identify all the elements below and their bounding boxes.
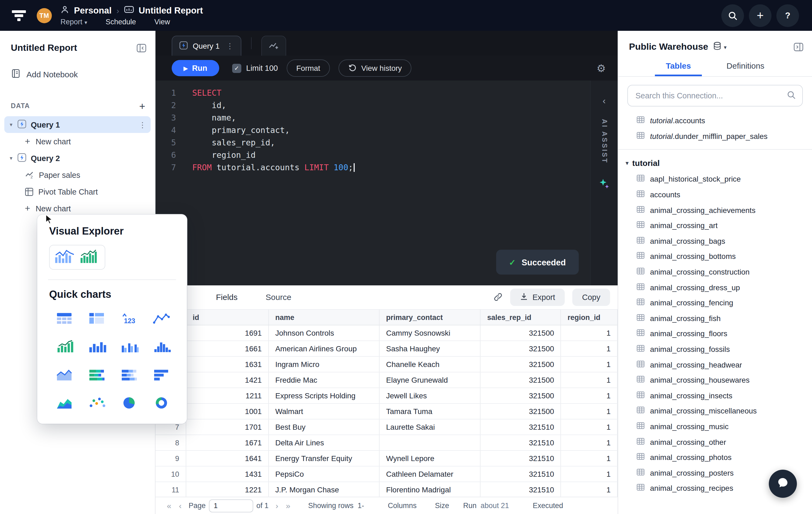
table-cell[interactable]: 1 <box>561 404 617 420</box>
scatter-chart-icon[interactable] <box>82 393 112 413</box>
table-row[interactable]: 61001WalmartTamara Tuma3215001 <box>155 404 617 420</box>
table-row[interactable]: 71701Best BuyLaurette Sakai3215101 <box>155 420 617 435</box>
tree-item-query-1[interactable]: ▾ Query 1 ⋮ <box>4 116 151 133</box>
table-cell[interactable]: J.P. Morgan Chase <box>269 482 380 497</box>
next-page-icon[interactable]: › <box>276 501 278 510</box>
tab-definitions[interactable]: Definitions <box>716 61 775 76</box>
chat-support-button[interactable] <box>769 470 797 498</box>
table-cell[interactable]: 321500 <box>481 341 561 357</box>
table-cell[interactable]: 321510 <box>481 451 561 466</box>
table-row[interactable]: 11691Johnson ControlsCammy Sosnowski3215… <box>155 325 617 341</box>
table-cell[interactable]: Chanelle Keach <box>379 357 480 372</box>
table-cell[interactable]: Cathleen Delamater <box>379 466 480 482</box>
tree-item-paper-sales[interactable]: 2 Paper sales <box>0 166 155 183</box>
table-item-aapl_historical_stock_price[interactable]: aapl_historical_stock_price <box>618 171 812 187</box>
table-item-animal_crossing_headwear[interactable]: animal_crossing_headwear <box>618 357 812 372</box>
bar-rows-chart-icon[interactable] <box>146 364 177 385</box>
table-cell[interactable]: 1 <box>561 357 617 372</box>
table-cell[interactable]: Johnson Controls <box>269 325 380 341</box>
table-cell[interactable]: 1221 <box>186 482 269 497</box>
table-cell[interactable]: 321500 <box>481 325 561 341</box>
table-chart-icon[interactable] <box>49 308 79 329</box>
run-button[interactable]: ▶ Run <box>172 60 219 76</box>
stacked-rows-alt-chart-icon[interactable] <box>114 364 144 385</box>
view-history-button[interactable]: View history <box>339 59 411 77</box>
search-connection-input[interactable] <box>634 91 782 101</box>
table-cell[interactable]: 1 <box>561 451 617 466</box>
table-cell[interactable]: 321510 <box>481 435 561 451</box>
tab-tables[interactable]: Tables <box>655 61 702 76</box>
table-cell[interactable]: Cammy Sosnowski <box>379 325 480 341</box>
table-item-animal_crossing_bottoms[interactable]: animal_crossing_bottoms <box>618 249 812 264</box>
table-cell[interactable]: 1641 <box>186 451 269 466</box>
table-cell[interactable]: 321510 <box>481 420 561 435</box>
table-item-animal_crossing_achievements[interactable]: animal_crossing_achievements <box>618 202 812 218</box>
kebab-menu-icon[interactable]: ⋮ <box>226 42 234 50</box>
table-item-animal_crossing_fish[interactable]: animal_crossing_fish <box>618 310 812 326</box>
table-cell[interactable]: 1 <box>561 372 617 388</box>
pie-chart-icon[interactable] <box>114 393 144 413</box>
column-chart-chart-icon[interactable] <box>82 336 112 357</box>
table-item-animal_crossing_photos[interactable]: animal_crossing_photos <box>618 450 812 465</box>
line-chart-chart-icon[interactable] <box>146 308 177 329</box>
table-item-animal_crossing_bags[interactable]: animal_crossing_bags <box>618 233 812 249</box>
table-cell[interactable]: 321510 <box>481 466 561 482</box>
format-button[interactable]: Format <box>286 59 330 77</box>
table-cell[interactable]: 321510 <box>481 482 561 497</box>
table-cell[interactable]: 321500 <box>481 388 561 404</box>
table-item-animal_crossing_fencing[interactable]: animal_crossing_fencing <box>618 295 812 310</box>
chevron-down-icon[interactable]: ▾ <box>10 121 17 128</box>
chevron-down-icon[interactable]: ▾ <box>724 44 726 50</box>
table-cell[interactable]: 1671 <box>186 435 269 451</box>
sparkle-icon[interactable] <box>598 178 610 193</box>
table-item-animal_crossing_music[interactable]: animal_crossing_music <box>618 418 812 434</box>
table-cell[interactable]: 1421 <box>186 372 269 388</box>
workspace-name[interactable]: Personal <box>74 5 112 16</box>
table-cell[interactable]: Express Scripts Holding <box>269 388 380 404</box>
size-button[interactable]: Size <box>435 502 449 510</box>
table-cell[interactable]: 1211 <box>186 388 269 404</box>
table-cell[interactable]: 1 <box>561 325 617 341</box>
table-row[interactable]: 41421Freddie MacElayne Grunewald3215001 <box>155 372 617 388</box>
collapse-sidebar-icon[interactable] <box>137 44 146 52</box>
table-item-animal_crossing_floors[interactable]: animal_crossing_floors <box>618 326 812 341</box>
table-cell[interactable]: Tamara Tuma <box>379 404 480 420</box>
table-cell[interactable]: 321500 <box>481 404 561 420</box>
tab-source[interactable]: Source <box>266 293 291 302</box>
kebab-menu-icon[interactable]: ⋮ <box>139 120 146 129</box>
table-cell[interactable]: Delta Air Lines <box>269 435 380 451</box>
single-value-chart-icon[interactable]: 123 <box>114 308 144 329</box>
histogram-chart-icon[interactable] <box>146 336 177 357</box>
table-cell[interactable]: Elayne Grunewald <box>379 372 480 388</box>
table-cell[interactable]: 1431 <box>186 466 269 482</box>
table-cell[interactable]: 321500 <box>481 357 561 372</box>
report-menu[interactable]: Report▾ <box>60 18 87 26</box>
table-item-accounts[interactable]: accounts <box>618 187 812 202</box>
table-item-animal_crossing_art[interactable]: animal_crossing_art <box>618 218 812 233</box>
help-button[interactable]: ? <box>776 4 799 27</box>
column-header-name[interactable]: name <box>269 310 380 325</box>
table-row[interactable]: 21661American Airlines GroupSasha Haughe… <box>155 341 617 357</box>
table-cell[interactable]: 1 <box>561 420 617 435</box>
table-row[interactable]: 91641Energy Transfer EquityWynell Lepore… <box>155 451 617 466</box>
sql-editor[interactable]: 1234567 SELECT id, name, primary_contact… <box>155 81 618 286</box>
stacked-rows-chart-icon[interactable] <box>82 364 112 385</box>
table-row[interactable]: 101431PepsiCoCathleen Delamater3215101 <box>155 466 617 482</box>
column-header-id[interactable]: id <box>186 310 269 325</box>
table-row[interactable]: 111221J.P. Morgan ChaseFlorentino Madrig… <box>155 482 617 497</box>
new-chart-button[interactable]: + New chart <box>0 133 155 150</box>
new-chart-button[interactable]: + New chart <box>0 200 155 217</box>
table-cell[interactable]: 321500 <box>481 372 561 388</box>
search-button[interactable] <box>721 4 744 27</box>
add-data-button[interactable]: + <box>139 101 145 111</box>
last-page-icon[interactable]: » <box>286 501 290 510</box>
table-cell[interactable]: Jewell Likes <box>379 388 480 404</box>
table-cell[interactable]: 1 <box>561 482 617 497</box>
tree-item-query-2[interactable]: ▾ Query 2 <box>0 150 155 166</box>
column-header-sales_rep_id[interactable]: sales_rep_id <box>481 310 561 325</box>
table-cell[interactable]: Laurette Sakai <box>379 420 480 435</box>
area-chart-chart-icon[interactable] <box>49 364 79 385</box>
new-chart-tab-button[interactable] <box>261 36 286 56</box>
table-row[interactable]: 51211Express Scripts HoldingJewell Likes… <box>155 388 617 404</box>
recent-table-item[interactable]: tutorial.dunder_mifflin_paper_sales <box>618 128 812 144</box>
